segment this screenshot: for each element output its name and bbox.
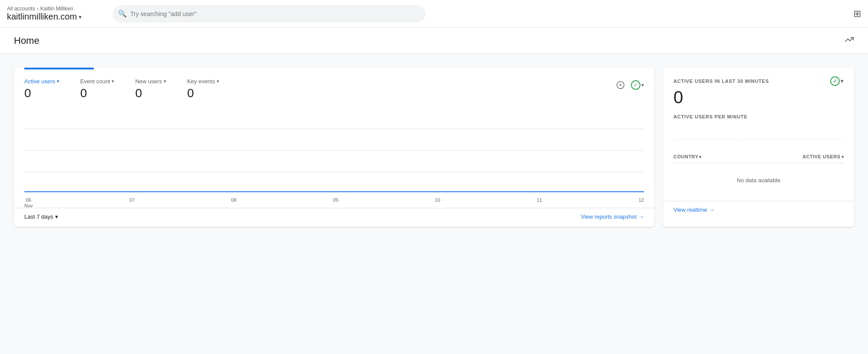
site-selector[interactable]: kaitlinmilliken.com ▾	[7, 12, 102, 22]
main-content: Active users ▾ 0 Event count ▾ 0 New use…	[0, 54, 868, 241]
top-bar-right: ⊞	[853, 8, 861, 20]
search-bar-container: 🔍	[113, 5, 426, 23]
sparkline-area	[663, 126, 854, 145]
check-circle-icon: ✓	[631, 80, 640, 90]
chart-area: 06 Nov 07 08 09 10 11	[14, 104, 654, 208]
page-header: Home	[0, 28, 868, 54]
new-users-dropdown-arrow: ▾	[164, 79, 166, 84]
main-chart-svg	[24, 107, 644, 194]
site-dropdown-arrow: ▾	[79, 13, 82, 20]
new-users-label[interactable]: New users ▾	[135, 78, 166, 85]
event-count-label[interactable]: Event count ▾	[80, 78, 115, 85]
page-title: Home	[14, 35, 40, 46]
site-name: kaitlinmilliken.com	[7, 12, 77, 22]
x-label-0: 06 Nov	[24, 197, 33, 208]
x-label-1: 07	[129, 197, 135, 208]
country-sort-arrow: ▾	[699, 154, 702, 159]
realtime-title-row: Active users in last 30 minutes ✓ ▾	[673, 76, 844, 86]
no-data-message: No data available	[673, 163, 844, 197]
active-users-sort-arrow: ▾	[842, 154, 844, 159]
active-users-column-header[interactable]: Active users ▾	[802, 154, 844, 159]
top-bar: All accounts › Kaitlin Milliken kaitlinm…	[0, 0, 868, 28]
metric-new-users: New users ▾ 0	[135, 78, 166, 100]
main-chart-card: Active users ▾ 0 Event count ▾ 0 New use…	[14, 68, 654, 227]
x-label-4: 10	[435, 197, 440, 208]
metrics-row: Active users ▾ 0 Event count ▾ 0 New use…	[14, 69, 654, 104]
check-dropdown[interactable]: ✓ ▾	[631, 80, 644, 90]
active-users-dropdown-arrow: ▾	[57, 79, 59, 84]
sparkline-svg	[673, 126, 844, 144]
table-header: Country ▾ Active users ▾	[673, 151, 844, 163]
grid-icon[interactable]: ⊞	[853, 8, 861, 19]
trend-icon[interactable]	[845, 35, 854, 46]
realtime-title-text: Active users in last 30 minutes	[673, 79, 769, 84]
all-accounts-label[interactable]: All accounts	[7, 6, 35, 12]
x-label-3: 09	[333, 197, 338, 208]
realtime-dropdown-arrow: ▾	[841, 78, 844, 84]
key-events-dropdown-arrow: ▾	[217, 79, 219, 84]
country-table: Country ▾ Active users ▾ No data availab…	[663, 145, 854, 197]
realtime-count: 0	[673, 88, 844, 107]
search-icon: 🔍	[118, 10, 127, 18]
realtime-check-icon: ✓	[830, 76, 840, 86]
event-count-dropdown-arrow: ▾	[112, 79, 114, 84]
realtime-card: Active users in last 30 minutes ✓ ▾ 0 Ac…	[663, 68, 854, 227]
chart-x-axis: 06 Nov 07 08 09 10 11	[24, 196, 644, 210]
date-range-button[interactable]: Last 7 days ▾	[24, 213, 58, 220]
event-count-value: 0	[80, 86, 115, 100]
metric-event-count: Event count ▾ 0	[80, 78, 115, 100]
key-events-value: 0	[187, 86, 219, 100]
active-per-minute-label: Active users per minute	[673, 114, 844, 119]
view-realtime-link[interactable]: View realtime →	[673, 206, 844, 213]
new-users-value: 0	[135, 86, 166, 100]
left-card-footer: Last 7 days ▾ View reports snapshot →	[14, 208, 654, 227]
metric-active-users: Active users ▾ 0	[24, 78, 59, 100]
realtime-check-dropdown[interactable]: ✓ ▾	[830, 76, 844, 86]
x-label-2: 08	[231, 197, 236, 208]
compare-icon-button[interactable]	[614, 78, 627, 92]
x-label-6: 12	[639, 197, 644, 208]
realtime-card-footer: View realtime →	[663, 201, 854, 220]
date-range-label: Last 7 days	[24, 213, 53, 220]
breadcrumb-chevron: ›	[37, 6, 39, 12]
view-reports-link[interactable]: View reports snapshot →	[581, 213, 644, 220]
x-label-5: 11	[537, 197, 542, 208]
date-range-dropdown-arrow: ▾	[55, 213, 58, 220]
realtime-card-header: Active users in last 30 minutes ✓ ▾ 0 Ac…	[663, 68, 854, 126]
active-users-label[interactable]: Active users ▾	[24, 78, 59, 85]
breadcrumb: All accounts › Kaitlin Milliken	[7, 6, 102, 12]
check-dropdown-arrow: ▾	[641, 82, 644, 88]
account-section: All accounts › Kaitlin Milliken kaitlinm…	[7, 6, 102, 22]
active-users-value: 0	[24, 86, 59, 100]
search-input[interactable]	[113, 5, 426, 23]
key-events-label[interactable]: Key events ▾	[187, 78, 219, 85]
metric-icons-group: ✓ ▾	[614, 78, 644, 92]
metric-key-events: Key events ▾ 0	[187, 78, 219, 100]
account-name-crumb: Kaitlin Milliken	[40, 6, 73, 12]
country-column-header[interactable]: Country ▾	[673, 154, 702, 159]
